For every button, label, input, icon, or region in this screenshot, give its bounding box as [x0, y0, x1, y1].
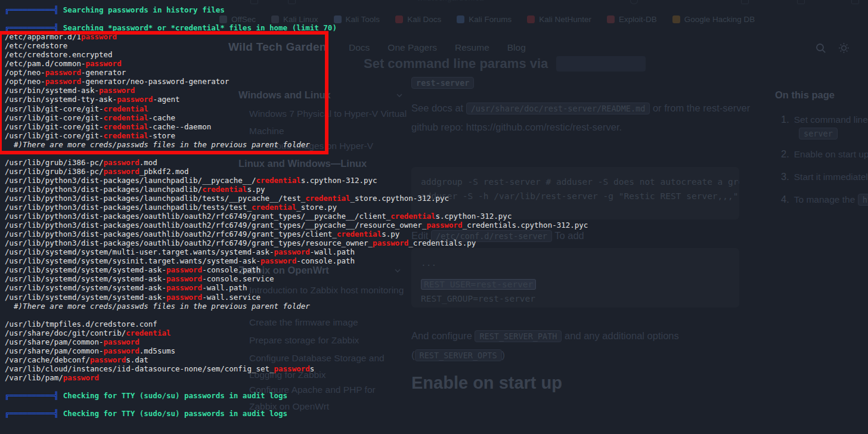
highlighted-keyword: password: [274, 364, 310, 373]
linpeas-section-bracket-icon: ╔══════════╣: [5, 391, 63, 400]
terminal-header-line: ╔══════════╣ Searching passwords in hist…: [5, 5, 868, 14]
terminal-header-line: ╔══════════╣ Checking for TTY (sudo/su) …: [5, 391, 868, 400]
terminal-file-line: /usr/lib/python3/dist-packages/oauthlib/…: [5, 212, 868, 221]
terminal-file-line: /usr/lib/python3/dist-packages/oauthlib/…: [5, 238, 868, 247]
highlighted-keyword: password: [104, 337, 140, 346]
highlighted-keyword: credential: [202, 185, 247, 194]
linpeas-section-bracket-icon: ╔══════════╣: [5, 409, 63, 418]
highlighted-keyword: password: [104, 167, 140, 176]
terminal-blank-line: [5, 382, 868, 391]
highlighted-keyword: password: [166, 265, 202, 274]
terminal-file-line: /usr/lib/systemd/system/systemd-ask-pass…: [5, 293, 868, 302]
highlighted-keyword: password: [426, 221, 462, 230]
highlighted-keyword: credential: [126, 328, 170, 337]
terminal-header-text: Checking for TTY (sudo/su) passwords in …: [63, 409, 287, 418]
terminal-file-line: /var/cache/debconf/passwords.dat: [5, 355, 868, 364]
highlighted-keyword: password: [104, 158, 140, 167]
highlighted-keyword: credential: [337, 230, 382, 238]
highlighted-keyword: credential: [390, 212, 435, 221]
terminal-header-text: Searching passwords in history files: [63, 5, 225, 14]
terminal-file-line: /usr/lib/python3/dist-packages/oauthlib/…: [5, 221, 868, 230]
terminal-file-line: /usr/lib/systemd/system/systemd-ask-pass…: [5, 283, 868, 292]
sidebar-toggle-icon[interactable]: [797, 0, 805, 4]
shield-icon[interactable]: [288, 0, 296, 4]
linpeas-section-bracket-icon: ╔══════════╣: [5, 5, 63, 14]
terminal-file-line: /usr/lib/systemd/system/systemd-ask-pass…: [5, 274, 868, 283]
highlighted-keyword: password: [90, 355, 126, 364]
terminal-file-line: /usr/lib/python3/dist-packages/launchpad…: [5, 185, 868, 194]
terminal-file-line: /usr/lib/systemd/system/sysinit.target.w…: [5, 256, 868, 265]
highlight-box: [0, 31, 328, 154]
terminal-file-line: /var/lib/pam/password: [5, 373, 868, 382]
highlighted-keyword: credential: [256, 176, 300, 185]
terminal-file-line: /usr/lib/grub/i386-pc/password.mod: [5, 158, 868, 167]
highlighted-keyword: password: [274, 247, 310, 256]
extension-icon[interactable]: [250, 0, 258, 4]
url-fragment: wildtechgarden.ca: [417, 0, 484, 2]
extensions-puzzle-icon[interactable]: [741, 0, 749, 4]
highlighted-keyword: credential: [252, 203, 296, 212]
terminal-file-line: /usr/share/pam/common-password: [5, 337, 868, 346]
terminal-file-line: /usr/lib/python3/dist-packages/launchpad…: [5, 203, 868, 212]
terminal-file-line: /usr/lib/python3/dist-packages/oauthlib/…: [5, 230, 868, 238]
highlighted-keyword: password: [104, 346, 140, 355]
highlighted-keyword: password: [166, 283, 202, 292]
highlighted-keyword: password: [166, 293, 202, 302]
highlighted-keyword: password: [166, 274, 202, 283]
terminal-note-line: #)There are more creds/passwds files in …: [5, 302, 868, 311]
terminal-file-line: /usr/lib/tmpfiles.d/credstore.conf: [5, 320, 868, 328]
terminal-file-line: /usr/lib/grub/i386-pc/password_pbkdf2.mo…: [5, 167, 868, 176]
highlighted-keyword: password: [63, 373, 99, 382]
terminal-file-line: /usr/lib/systemd/system/multi-user.targe…: [5, 247, 868, 256]
terminal-blank-line: [5, 400, 868, 409]
terminal-blank-line: [5, 311, 868, 320]
terminal-file-line: /var/lib/cloud/instances/iid-datasource-…: [5, 364, 868, 373]
screen: wildtechgarden.ca OffSecKali LinuxKali T…: [0, 0, 868, 434]
highlighted-keyword: password: [373, 238, 408, 247]
highlighted-keyword: password: [261, 256, 296, 265]
terminal-file-line: /usr/lib/systemd/system/systemd-ask-pass…: [5, 265, 868, 274]
highlighted-keyword: credential: [305, 194, 350, 203]
terminal-file-line: /usr/lib/python3/dist-packages/launchpad…: [5, 194, 868, 203]
terminal-file-line: /usr/lib/python3/dist-packages/launchpad…: [5, 176, 868, 185]
terminal-file-line: /usr/share/pam/common-password.md5sums: [5, 346, 868, 355]
terminal-header-text: Checking for TTY (sudo/su) passwords in …: [63, 391, 287, 400]
terminal-blank-line: [5, 14, 868, 23]
terminal-header-line: ╔══════════╣ Checking for TTY (sudo/su) …: [5, 409, 868, 418]
terminal-file-line: /usr/share/doc/git/contrib/credential: [5, 328, 868, 337]
menu-icon[interactable]: [851, 0, 859, 4]
account-icon[interactable]: [630, 0, 638, 4]
